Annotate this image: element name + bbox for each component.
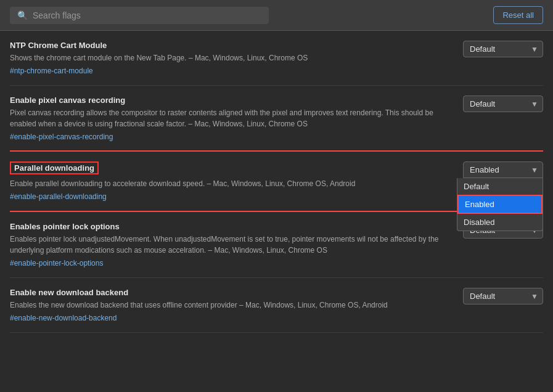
flag-desc: Enables the new download backend that us… <box>10 300 451 311</box>
flag-title: Enables pointer lock options <box>10 222 451 231</box>
dropdown-wrapper-parallel: Default Enabled Disabled ▼ <box>463 161 543 178</box>
dropdown-option-disabled[interactable]: Disabled <box>457 214 543 231</box>
flag-link[interactable]: #enable-pointer-lock-options <box>10 259 103 267</box>
flag-title: Parallel downloading <box>10 161 451 174</box>
flag-link[interactable]: #enable-pixel-canvas-recording <box>10 133 113 141</box>
flag-control: Default Enabled Disabled ▼ <box>463 96 543 112</box>
flag-link[interactable]: #enable-parallel-downloading <box>10 192 107 201</box>
search-icon: 🔍 <box>17 10 28 20</box>
flag-dropdown[interactable]: Default Enabled Disabled <box>463 96 543 112</box>
flag-desc: Shows the chrome cart module on the New … <box>10 52 451 63</box>
flag-dropdown[interactable]: Default Enabled Disabled <box>463 41 543 57</box>
dropdown-option-default[interactable]: Default <box>457 178 543 195</box>
dropdown-wrapper: Default Enabled Disabled ▼ <box>463 96 543 112</box>
flag-content: Enables pointer lock options Enables poi… <box>10 222 463 267</box>
flag-link[interactable]: #ntp-chrome-cart-module <box>10 67 93 75</box>
flag-desc: Enable parallel downloading to accelerat… <box>10 178 451 189</box>
parallel-downloading-title-highlight: Parallel downloading <box>10 161 99 174</box>
dropdown-wrapper: Default Enabled Disabled ▼ <box>463 41 543 57</box>
flag-dropdown-parallel[interactable]: Default Enabled Disabled <box>463 161 543 178</box>
search-container: 🔍 <box>10 7 269 24</box>
flag-item-new-download-backend: Enable new download backend Enables the … <box>10 278 543 333</box>
dropdown-option-enabled[interactable]: Enabled <box>457 195 543 214</box>
flag-control-parallel: Default Enabled Disabled ▼ Default Enabl… <box>463 161 543 178</box>
flag-control: Default Enabled Disabled ▼ <box>463 288 543 304</box>
reset-all-button[interactable]: Reset all <box>493 6 543 24</box>
flag-desc: Enables pointer lock unadjustedMovement.… <box>10 234 451 256</box>
flag-title: NTP Chrome Cart Module <box>10 41 451 50</box>
search-input[interactable] <box>33 10 261 20</box>
flag-control: Default Enabled Disabled ▼ <box>463 41 543 57</box>
dropdown-menu-parallel: Default Enabled Disabled <box>457 178 543 231</box>
flag-dropdown[interactable]: Default Enabled Disabled <box>463 288 543 304</box>
flag-item-ntp-chrome-cart: NTP Chrome Cart Module Shows the chrome … <box>10 31 543 86</box>
flags-list: NTP Chrome Cart Module Shows the chrome … <box>0 31 553 333</box>
flag-item-parallel-downloading: Parallel downloading Enable parallel dow… <box>10 150 543 212</box>
flag-link[interactable]: #enable-new-download-backend <box>10 314 117 322</box>
flag-content: Enable new download backend Enables the … <box>10 288 463 322</box>
flag-content: Parallel downloading Enable parallel dow… <box>10 161 463 201</box>
top-bar: 🔍 Reset all <box>0 0 553 31</box>
flag-content: Enable pixel canvas recording Pixel canv… <box>10 96 463 141</box>
flag-content: NTP Chrome Cart Module Shows the chrome … <box>10 41 463 75</box>
flag-desc: Pixel canvas recording allows the compos… <box>10 107 451 129</box>
flag-title: Enable pixel canvas recording <box>10 96 451 105</box>
dropdown-wrapper: Default Enabled Disabled ▼ <box>463 288 543 304</box>
flag-item-pixel-canvas: Enable pixel canvas recording Pixel canv… <box>10 86 543 152</box>
flag-title: Enable new download backend <box>10 288 451 297</box>
